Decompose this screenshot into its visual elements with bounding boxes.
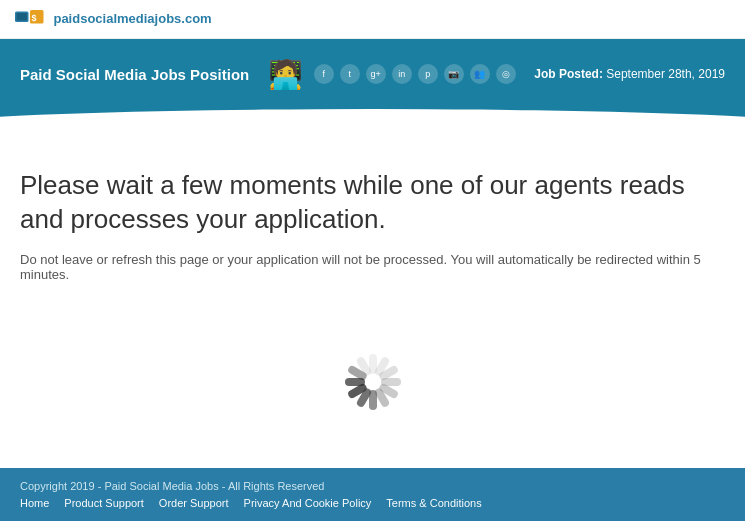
main-content: Please wait a few moments while one of o… [0,139,745,468]
person-illustration-icon: 🧑‍💻 [268,58,303,91]
linkedin-icon: in [392,64,412,84]
footer-link-product-support[interactable]: Product Support [64,497,144,509]
header-date: Job Posted: September 28th, 2019 [534,67,725,81]
footer-link-terms[interactable]: Terms & Conditions [386,497,481,509]
footer-link-home[interactable]: Home [20,497,49,509]
pinterest-icon: p [418,64,438,84]
header-banner: Paid Social Media Jobs Position 🧑‍💻 f t … [0,39,745,109]
googleplus-icon: g+ [366,64,386,84]
job-posted-date: September 28th, 2019 [606,67,725,81]
svg-text:$: $ [32,13,37,23]
main-subtext: Do not leave or refresh this page or you… [20,252,725,282]
logo-bar: $ paidsocialmediajobs.com [0,0,745,39]
logo: $ paidsocialmediajobs.com [15,8,212,30]
footer: Copyright 2019 - Paid Social Media Jobs … [0,468,745,521]
twitter-icon: t [340,64,360,84]
rss-icon: ◎ [496,64,516,84]
instagram-icon: 📷 [444,64,464,84]
wave-divider [0,109,745,139]
main-heading: Please wait a few moments while one of o… [20,169,725,237]
svg-rect-1 [17,13,28,21]
loading-spinner [333,342,413,422]
social-icons-area: 🧑‍💻 f t g+ in p 📷 👥 ◎ [249,58,534,91]
facebook-icon: f [314,64,334,84]
footer-copyright: Copyright 2019 - Paid Social Media Jobs … [20,480,324,492]
footer-link-privacy[interactable]: Privacy And Cookie Policy [244,497,372,509]
logo-icon: $ [15,8,45,30]
job-posted-label: Job Posted: [534,67,603,81]
footer-links: Home Product Support Order Support Priva… [20,497,482,509]
header-title: Paid Social Media Jobs Position [20,66,249,83]
users-icon: 👥 [470,64,490,84]
footer-link-order-support[interactable]: Order Support [159,497,229,509]
logo-text: paidsocialmediajobs.com [53,11,211,26]
spinner-container [20,322,725,442]
